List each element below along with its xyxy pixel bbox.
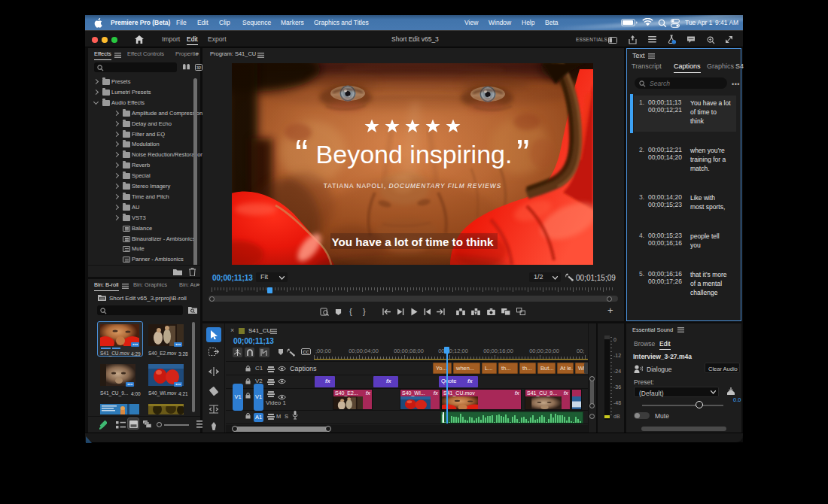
svg-text:Beyond inspiring.: Beyond inspiring. bbox=[316, 140, 513, 169]
svg-text:TATIANA NAPOLI, DOCUMENTARY FI: TATIANA NAPOLI, DOCUMENTARY FILM REVIEWS bbox=[324, 182, 501, 190]
svg-text:”: ” bbox=[516, 132, 529, 175]
svg-text:“: “ bbox=[295, 132, 308, 175]
svg-text:You have a lot of time to thin: You have a lot of time to think bbox=[332, 235, 494, 248]
svg-text:32: 32 bbox=[196, 65, 201, 70]
